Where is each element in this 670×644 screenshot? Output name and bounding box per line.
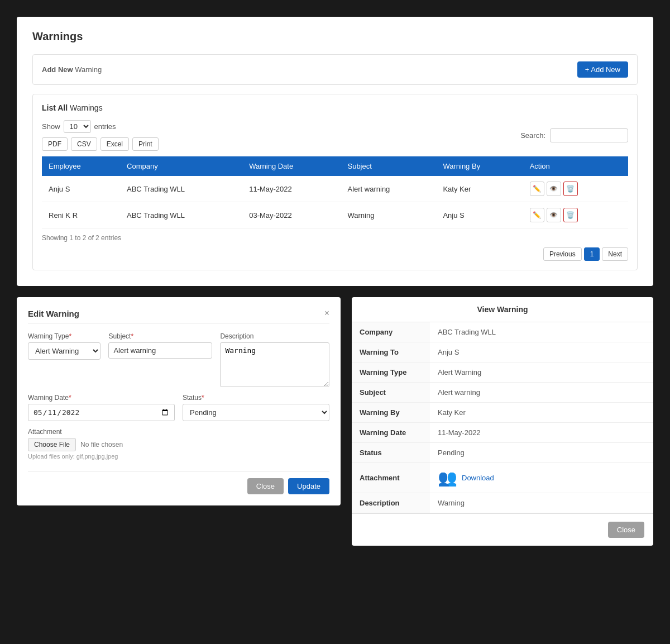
view-value: Anju S xyxy=(430,342,653,362)
warning-date-label: Warning Date* xyxy=(28,394,175,402)
view-table-row: Status Pending xyxy=(352,443,653,463)
view-value: ABC Trading WLL xyxy=(430,322,653,342)
view-button[interactable]: 👁️ xyxy=(547,208,561,222)
cell-subject: Alert warning xyxy=(341,176,436,202)
view-button[interactable]: 👁️ xyxy=(547,182,561,196)
warning-type-group: Warning Type* Alert Warning Warning xyxy=(28,332,100,387)
warnings-main-panel: Warnings Add New Warning + Add New List … xyxy=(17,17,653,286)
choose-file-button[interactable]: Choose File xyxy=(28,438,76,451)
description-group: Description Warning xyxy=(220,332,329,387)
cell-employee: Anju S xyxy=(42,176,120,202)
col-subject: Subject xyxy=(341,156,436,176)
description-label: Description xyxy=(220,332,329,340)
view-table-row: Description Warning xyxy=(352,493,653,513)
delete-button[interactable]: 🗑️ xyxy=(563,208,578,222)
excel-button[interactable]: Excel xyxy=(100,137,129,151)
delete-button[interactable]: 🗑️ xyxy=(563,182,578,196)
view-table-row: Warning By Katy Ker xyxy=(352,403,653,423)
cell-warning-date: 11-May-2022 xyxy=(242,176,341,202)
view-value: Pending xyxy=(430,443,653,463)
description-textarea[interactable]: Warning xyxy=(220,342,329,387)
table-header-row: Employee Company Warning Date Subject Wa… xyxy=(42,156,628,176)
view-label: Company xyxy=(352,322,430,342)
status-group: Status* Pending Approved xyxy=(183,394,329,421)
file-row: Choose File No file chosen xyxy=(28,438,329,451)
modal-footer: Close Update xyxy=(28,471,329,494)
view-value: 11-May-2022 xyxy=(430,423,653,443)
upload-hint: Upload files only: gif,png,jpg,jpeg xyxy=(28,453,329,460)
add-new-bar-text: Add New Warning xyxy=(42,65,102,74)
view-label: Warning By xyxy=(352,403,430,423)
view-label: Warning Date xyxy=(352,423,430,443)
list-all-section: List All Warnings Show 10 25 50 entries … xyxy=(32,94,638,270)
search-bar: Search: xyxy=(520,128,628,142)
cell-warning-by: Katy Ker xyxy=(436,176,523,202)
cell-subject: Warning xyxy=(341,202,436,228)
view-value: Katy Ker xyxy=(430,403,653,423)
add-new-button[interactable]: + Add New xyxy=(577,61,628,78)
edit-button[interactable]: ✏️ xyxy=(530,182,544,196)
cell-warning-by: Anju S xyxy=(436,202,523,228)
table-row: Reni K R ABC Trading WLL 03-May-2022 War… xyxy=(42,202,628,228)
subject-label: Subject* xyxy=(108,332,212,340)
search-input[interactable] xyxy=(550,128,628,142)
pdf-button[interactable]: PDF xyxy=(42,137,68,151)
modal-title: Edit Warning × xyxy=(28,308,329,323)
view-close-button[interactable]: Close xyxy=(608,522,644,538)
view-label: Subject xyxy=(352,383,430,403)
csv-button[interactable]: CSV xyxy=(71,137,97,151)
form-row-2: Warning Date* Status* Pending Approved xyxy=(28,394,329,421)
view-table-row: Warning Type Alert Warning xyxy=(352,362,653,383)
view-value: Warning xyxy=(430,493,653,513)
warning-date-group: Warning Date* xyxy=(28,394,175,421)
warning-type-label: Warning Type* xyxy=(28,332,100,340)
add-new-bar: Add New Warning + Add New xyxy=(32,54,638,85)
view-label: Attachment xyxy=(352,463,430,493)
warning-type-select[interactable]: Alert Warning Warning xyxy=(28,342,100,360)
showing-text: Showing 1 to 2 of 2 entries xyxy=(42,234,628,242)
edit-warning-modal: Edit Warning × Warning Type* Alert Warni… xyxy=(17,297,341,505)
next-page-button[interactable]: Next xyxy=(602,247,628,261)
pagination: Previous 1 Next xyxy=(42,247,628,261)
show-entries-row: Show 10 25 50 entries xyxy=(42,120,159,133)
view-panel-title: View Warning xyxy=(352,297,653,322)
edit-button[interactable]: ✏️ xyxy=(530,208,544,222)
page-title: Warnings xyxy=(32,30,638,43)
list-all-title: List All Warnings xyxy=(42,103,628,112)
subject-input[interactable] xyxy=(108,342,212,359)
attachment-section: Attachment Choose File No file chosen Up… xyxy=(28,428,329,460)
edit-close-button[interactable]: Close xyxy=(247,478,284,494)
col-company: Company xyxy=(120,156,242,176)
prev-page-button[interactable]: Previous xyxy=(543,247,582,261)
col-warning-date: Warning Date xyxy=(242,156,341,176)
warning-date-input[interactable] xyxy=(28,404,175,421)
bottom-row: Edit Warning × Warning Type* Alert Warni… xyxy=(17,297,653,546)
people-icon: 👥 xyxy=(438,469,457,487)
col-warning-by: Warning By xyxy=(436,156,523,176)
view-footer: Close xyxy=(352,513,653,546)
status-select[interactable]: Pending Approved xyxy=(183,404,329,421)
attachment-label: Attachment xyxy=(28,428,329,436)
download-link[interactable]: Download xyxy=(462,474,494,482)
cell-action: ✏️ 👁️ 🗑️ xyxy=(523,202,628,228)
update-button[interactable]: Update xyxy=(288,478,329,494)
view-table-row: Warning To Anju S xyxy=(352,342,653,362)
page-1-button[interactable]: 1 xyxy=(584,247,600,261)
cell-action: ✏️ 👁️ 🗑️ xyxy=(523,176,628,202)
modal-close-x-button[interactable]: × xyxy=(324,308,329,318)
warnings-table: Employee Company Warning Date Subject Wa… xyxy=(42,156,628,228)
cell-company: ABC Trading WLL xyxy=(120,176,242,202)
status-label: Status* xyxy=(183,394,329,402)
view-table-row: Subject Alert warning xyxy=(352,383,653,403)
export-buttons: PDF CSV Excel Print xyxy=(42,137,159,151)
view-value: Alert Warning xyxy=(430,362,653,383)
cell-employee: Reni K R xyxy=(42,202,120,228)
table-row: Anju S ABC Trading WLL 11-May-2022 Alert… xyxy=(42,176,628,202)
print-button[interactable]: Print xyxy=(132,137,159,151)
view-label: Description xyxy=(352,493,430,513)
view-table-row: Company ABC Trading WLL xyxy=(352,322,653,342)
view-table: Company ABC Trading WLL Warning To Anju … xyxy=(352,322,653,513)
no-file-text: No file chosen xyxy=(80,441,123,449)
cell-warning-date: 03-May-2022 xyxy=(242,202,341,228)
entries-select[interactable]: 10 25 50 xyxy=(64,120,91,133)
